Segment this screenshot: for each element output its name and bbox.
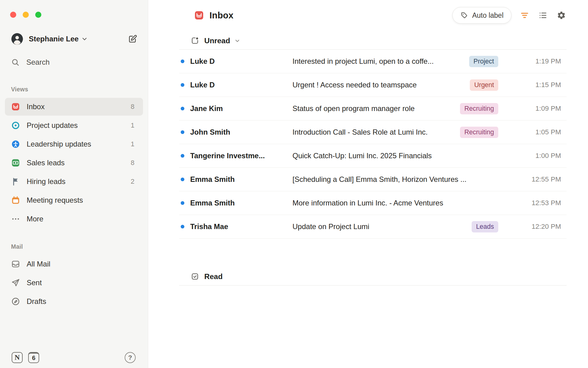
sidebar-item-label: Project updates: [27, 121, 78, 130]
page-title: Inbox: [209, 10, 233, 21]
search-label: Search: [26, 58, 50, 67]
email-row[interactable]: Luke DUrgent ! Access needed to teamspac…: [179, 73, 567, 97]
zoom-button[interactable]: [35, 12, 41, 18]
gear-icon: [557, 11, 566, 20]
email-time: 1:05 PM: [504, 128, 567, 136]
target-icon: [11, 121, 20, 130]
compose-button[interactable]: [128, 34, 138, 44]
sidebar-item-label: Sent: [27, 278, 42, 287]
sidebar-item-label: Sales leads: [27, 159, 65, 167]
sidebar-item-hiring-leads[interactable]: Hiring leads2: [5, 173, 143, 190]
chevron-down-icon: [234, 37, 241, 44]
label-badge: Leads: [472, 221, 498, 232]
sidebar-item-label: Leadership updates: [27, 140, 91, 148]
minimize-button[interactable]: [23, 12, 29, 18]
sidebar-item-count: 8: [131, 103, 134, 111]
unread-icon: [191, 36, 199, 45]
label-badge: Recruiting: [460, 127, 498, 138]
email-time: 1:15 PM: [504, 81, 567, 89]
badge-cell: Leads: [472, 221, 504, 232]
unread-dot: [181, 154, 184, 158]
email-sender: Luke D: [190, 81, 292, 89]
sidebar-item-project-updates[interactable]: Project updates1: [5, 117, 143, 134]
sidebar-item-label: All Mail: [27, 260, 50, 268]
unread-dot: [181, 130, 184, 134]
label-badge: Urgent: [470, 79, 498, 91]
email-time: 1:09 PM: [504, 105, 567, 113]
list-view-button[interactable]: [538, 10, 548, 21]
sidebar-item-leadership-updates[interactable]: Leadership updates1: [5, 135, 143, 153]
calendar-app-icon[interactable]: 6: [28, 352, 39, 363]
email-sender: John Smith: [190, 128, 292, 136]
filter-icon: [520, 11, 529, 20]
badge-cell: Project: [469, 56, 504, 67]
email-row[interactable]: Luke DInterested in project Lumi, open t…: [179, 50, 567, 73]
email-row[interactable]: John SmithIntroduction Call - Sales Role…: [179, 121, 567, 144]
email-time: 1:00 PM: [504, 152, 567, 160]
email-row[interactable]: Trisha MaeUpdate on Project LumiLeads12:…: [179, 215, 567, 239]
main-header: Inbox Auto label: [179, 6, 567, 25]
settings-button[interactable]: [556, 10, 567, 21]
header-actions: Auto label: [452, 7, 567, 24]
app-window: Stephanie Lee Search ViewsInbox8Project …: [0, 0, 588, 368]
sidebar-item-sales-leads[interactable]: Sales leads8: [5, 154, 143, 172]
user-name: Stephanie Lee: [29, 35, 79, 43]
email-list: Luke DInterested in project Lumi, open t…: [179, 50, 567, 239]
inbox-icon: [11, 102, 20, 111]
sent-icon: [11, 278, 20, 287]
unread-dot-cell: [179, 130, 190, 134]
read-section-header[interactable]: Read: [179, 268, 567, 286]
sidebar-item-drafts[interactable]: Drafts: [5, 293, 143, 310]
search-icon: [11, 58, 20, 67]
more-icon: [11, 214, 20, 224]
sidebar-item-label: More: [27, 215, 43, 223]
email-subject: More information in Lumi Inc. - Acme Ven…: [292, 199, 498, 207]
all-mail-icon: [11, 259, 20, 269]
sidebar-item-label: Drafts: [27, 297, 46, 306]
email-row[interactable]: Emma Smith[Scheduling a Call] Emma Smith…: [179, 168, 567, 191]
sidebar-item-meeting-requests[interactable]: Meeting requests: [5, 191, 143, 209]
sidebar-item-inbox[interactable]: Inbox8: [5, 98, 143, 116]
unread-dot: [181, 178, 184, 181]
notion-app-icon[interactable]: N: [12, 352, 23, 363]
unread-section-header[interactable]: Unread: [179, 32, 567, 50]
unread-dot: [181, 201, 184, 205]
auto-label-text: Auto label: [472, 11, 503, 20]
sidebar-item-all-mail[interactable]: All Mail: [5, 255, 143, 273]
unread-dot-cell: [179, 154, 190, 158]
unread-dot-cell: [179, 107, 190, 110]
sidebar-item-more[interactable]: More: [5, 210, 143, 228]
window-controls: [0, 0, 148, 18]
email-row[interactable]: Emma SmithMore information in Lumi Inc. …: [179, 191, 567, 215]
sidebar-item-count: 2: [131, 178, 134, 186]
inbox-icon: [194, 10, 204, 21]
sidebar-footer: N 6 ?: [0, 352, 148, 368]
sidebar-item-label: Inbox: [27, 102, 45, 111]
email-sender: Emma Smith: [190, 199, 292, 207]
sidebar-item-sent[interactable]: Sent: [5, 274, 143, 292]
auto-label-button[interactable]: Auto label: [452, 7, 511, 24]
filter-button[interactable]: [519, 10, 530, 21]
email-time: 12:20 PM: [504, 223, 567, 231]
sidebar-item-label: Meeting requests: [27, 196, 83, 205]
email-subject: Interested in project Lumi, open to a co…: [292, 57, 469, 66]
email-row[interactable]: Tangerine Investme...Quick Catch-Up: Lum…: [179, 144, 567, 168]
read-label: Read: [204, 272, 223, 281]
unread-dot-cell: [179, 178, 190, 181]
read-checkbox-icon: [191, 272, 199, 281]
unread-dot-cell: [179, 83, 190, 87]
unread-label: Unread: [204, 36, 230, 45]
email-time: 12:53 PM: [504, 199, 567, 207]
email-time: 1:19 PM: [504, 57, 567, 65]
email-subject: Urgent ! Access needed to teamspace: [292, 81, 470, 89]
search-button[interactable]: Search: [5, 54, 143, 71]
help-button[interactable]: ?: [125, 352, 136, 363]
leadership-icon: [11, 140, 20, 149]
sidebar-item-label: Hiring leads: [27, 177, 66, 186]
email-row[interactable]: Jane KimStatus of open program manager r…: [179, 97, 567, 121]
email-subject: [Scheduling a Call] Emma Smith, Horizon …: [292, 175, 498, 184]
close-button[interactable]: [10, 12, 16, 18]
email-sender: Emma Smith: [190, 175, 292, 184]
account-switcher[interactable]: Stephanie Lee: [11, 31, 138, 47]
email-subject: Update on Project Lumi: [292, 222, 472, 231]
